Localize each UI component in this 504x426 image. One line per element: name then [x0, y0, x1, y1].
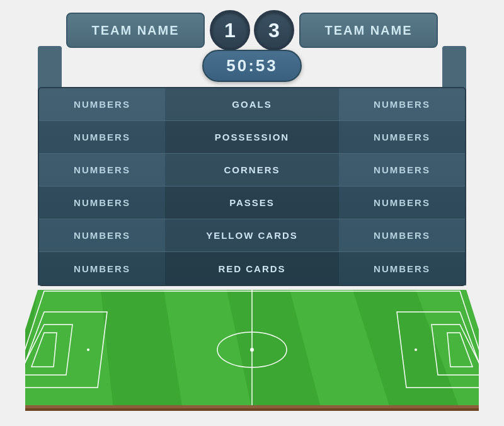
svg-point-21 — [415, 348, 417, 351]
stat-label-4: YELLOW CARDS — [165, 219, 339, 251]
timer-wrapper: 50:53 — [38, 50, 466, 82]
timer-display: 50:53 — [202, 50, 302, 82]
stat-row-5: NUMBERSRED CARDSNUMBERS — [39, 252, 465, 285]
stat-label-5: RED CARDS — [165, 252, 339, 285]
stat-right-5: NUMBERS — [339, 263, 465, 274]
scene: TEAM NAME 1 3 TEAM NAME 50:53 NUMBERSGOA… — [13, 8, 491, 418]
stats-board: NUMBERSGOALSNUMBERSNUMBERSPOSSESSIONNUMB… — [38, 87, 466, 286]
stat-row-1: NUMBERSPOSSESSIONNUMBERS — [39, 121, 465, 154]
stat-label-0: GOALS — [165, 88, 339, 120]
svg-point-13 — [250, 348, 254, 352]
stat-left-3: NUMBERS — [39, 197, 165, 208]
stat-right-3: NUMBERS — [339, 197, 465, 208]
team2-name: TEAM NAME — [299, 13, 438, 48]
score1: 1 — [210, 10, 250, 50]
stat-row-2: NUMBERSCORNERSNUMBERS — [39, 154, 465, 187]
stat-right-2: NUMBERS — [339, 164, 465, 175]
stat-row-4: NUMBERSYELLOW CARDSNUMBERS — [39, 219, 465, 252]
stat-label-1: POSSESSION — [165, 121, 339, 153]
stat-label-2: CORNERS — [165, 154, 339, 186]
svg-point-17 — [87, 348, 89, 351]
stat-right-1: NUMBERS — [339, 132, 465, 142]
stat-left-2: NUMBERS — [39, 164, 165, 175]
svg-marker-23 — [25, 408, 479, 411]
stat-left-4: NUMBERS — [39, 230, 165, 241]
stat-row-0: NUMBERSGOALSNUMBERS — [39, 88, 465, 121]
stat-right-4: NUMBERS — [339, 230, 465, 241]
team1-name: TEAM NAME — [66, 13, 205, 48]
stat-label-3: PASSES — [165, 187, 339, 219]
football-field — [25, 282, 479, 411]
stat-left-0: NUMBERS — [39, 99, 165, 110]
score-container: 1 3 — [210, 10, 294, 50]
stat-right-0: NUMBERS — [339, 99, 465, 110]
scoreboard: TEAM NAME 1 3 TEAM NAME 50:53 NUMBERSGOA… — [38, 8, 466, 286]
score2: 3 — [254, 10, 294, 50]
field-wrapper — [25, 282, 479, 411]
stat-row-3: NUMBERSPASSESNUMBERS — [39, 187, 465, 219]
stat-left-1: NUMBERS — [39, 132, 165, 142]
header-row: TEAM NAME 1 3 TEAM NAME — [38, 8, 466, 52]
stat-left-5: NUMBERS — [39, 263, 165, 274]
